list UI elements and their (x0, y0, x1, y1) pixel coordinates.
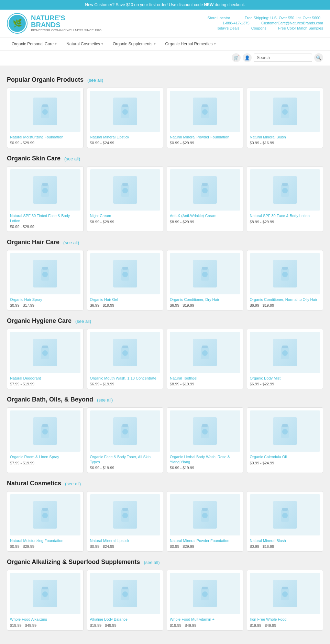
logo-tagline: PIONEERING ORGANIC WELLNESS SINCE 1995 (31, 28, 101, 33)
nav-organic-supplements[interactable]: Organic Supplements ▾ (108, 37, 160, 50)
svg-rect-31 (202, 267, 208, 270)
product-name: Whole Food Alkalizing (10, 617, 80, 622)
product-price: $0.99 - $24.99 (250, 461, 320, 465)
search-input[interactable] (254, 54, 312, 62)
product-image-placeholder (113, 501, 137, 529)
svg-rect-52 (122, 424, 128, 427)
product-card[interactable]: Natural Mineral Blush $0.99 - $16.99 (247, 88, 323, 148)
section-heading-hair-care: Organic Hair Care (see all) (7, 239, 323, 246)
svg-rect-46 (282, 346, 288, 348)
product-image (170, 494, 240, 535)
product-image-placeholder (33, 176, 57, 204)
svg-point-56 (202, 429, 208, 434)
product-name: Natural Mineral Lipstick (90, 538, 161, 543)
product-card[interactable]: Whole Food Alkalizing $19.99 - $49.99 (7, 570, 84, 630)
svg-point-35 (282, 272, 288, 277)
product-card[interactable]: Iron Free Whole Food $19.99 - $49.99 (247, 570, 323, 630)
banner-suffix: during checkout. (213, 2, 245, 7)
product-card[interactable]: Whole Food Multivitamin + $19.99 - $49.9… (167, 570, 243, 630)
product-image (10, 573, 80, 614)
product-card[interactable]: Organic Room & Linen Spray $7.99 - $19.9… (7, 407, 84, 473)
product-price: $6.99 - $19.99 (90, 382, 161, 386)
nav-natural-cosmetics[interactable]: Natural Cosmetics ▾ (62, 37, 108, 50)
product-card[interactable]: Natural Deodorant $7.99 - $19.99 (7, 329, 84, 389)
color-match-link[interactable]: Free Color Match Samples (278, 26, 323, 30)
product-card[interactable]: Organic Mouth Wash, 1:10 Concentrate $6.… (87, 329, 164, 389)
product-card[interactable]: Anti-X (Anti-Wrinkle) Cream $8.99 - $29.… (167, 166, 243, 232)
product-grid-popular: Natural Moisturizing Foundation $0.99 - … (7, 88, 323, 148)
coupons-link[interactable]: Coupons (251, 26, 266, 30)
store-locator-link[interactable]: Store Locator (207, 16, 230, 20)
see-all-link-skin-care[interactable]: (see all) (64, 156, 80, 161)
product-card[interactable]: Natural Moisturizing Foundation $0.99 - … (7, 491, 84, 552)
svg-rect-73 (42, 587, 48, 589)
product-name: Organic Conditioner, Normal to Oily Hair (250, 297, 320, 302)
product-card[interactable]: Natural Mineral Lipstick $0.99 - $24.99 (87, 88, 164, 148)
product-image-placeholder (273, 176, 297, 204)
product-card[interactable]: Organic Conditioner, Dry Hair $6.99 - $1… (167, 250, 243, 310)
product-card[interactable]: Organic Calendula Oil $0.99 - $24.99 (247, 407, 323, 473)
product-image-placeholder (193, 176, 217, 204)
product-image (250, 410, 320, 452)
product-card[interactable]: Natural Moisturizing Foundation $0.99 - … (7, 88, 84, 148)
section-heading-skin-care: Organic Skin Care (see all) (7, 155, 323, 162)
phone-link[interactable]: 1-888-417-1375 (222, 21, 249, 25)
product-card[interactable]: Organic Body Mist $6.99 - $22.99 (247, 329, 323, 389)
product-name: Natural Mineral Lipstick (90, 135, 161, 139)
search-row: 🛒 👤 🔍 (0, 51, 330, 66)
product-price: $6.99 - $19.99 (170, 466, 240, 470)
svg-rect-79 (202, 587, 208, 589)
cart-button[interactable]: 🛒 (232, 53, 241, 62)
svg-rect-55 (202, 424, 208, 427)
svg-point-5 (122, 109, 128, 115)
product-card[interactable]: Natural Mineral Blush $0.99 - $16.99 (247, 491, 323, 552)
product-card[interactable]: Natural Mineral Powder Foundation $0.99 … (167, 491, 243, 552)
nav-organic-personal-care[interactable]: Organic Personal Care ▾ (7, 37, 62, 50)
svg-point-17 (122, 188, 128, 193)
nav-organic-herbal-remedies[interactable]: Organic Herbal Remedies ▾ (161, 37, 221, 50)
product-card[interactable]: Night Cream $8.99 - $29.99 (87, 166, 164, 232)
product-card[interactable]: Natural SPF 30 Tinted Face & Body Lotion… (7, 166, 84, 232)
see-all-link-hair-care[interactable]: (see all) (63, 240, 79, 245)
product-image (250, 253, 320, 294)
product-price: $6.99 - $19.99 (90, 303, 161, 307)
product-card[interactable]: Organic Hair Spray $0.99 - $17.99 (7, 250, 84, 310)
product-price: $8.99 - $29.99 (90, 220, 161, 224)
product-name: Natural Mineral Powder Foundation (170, 135, 240, 139)
product-image-placeholder (273, 98, 297, 125)
product-image-placeholder (33, 260, 57, 287)
todays-deals-link[interactable]: Today's Deals (216, 26, 239, 30)
product-card[interactable]: Organic Hair Gel $6.99 - $19.99 (87, 250, 164, 310)
product-name: Organic Room & Linen Spray (10, 454, 80, 459)
see-all-link-natural-cosmetics[interactable]: (see all) (65, 481, 81, 486)
product-image (250, 332, 320, 373)
product-card[interactable]: Organic Herbal Body Wash, Rose & Ylang Y… (167, 407, 243, 473)
email-link[interactable]: CustomerCare@NaturesBrands.com (261, 21, 323, 25)
product-image (250, 494, 320, 535)
product-card[interactable]: Organic Conditioner, Normal to Oily Hair… (247, 250, 323, 310)
free-shipping-text: Free Shipping: U.S. Over $50. Int. Over … (245, 16, 320, 20)
product-card[interactable]: Natural Mineral Powder Foundation $0.99 … (167, 88, 243, 148)
search-button[interactable]: 🔍 (314, 53, 323, 62)
product-card[interactable]: Natural SPF 30 Face & Body Lotion $8.99 … (247, 166, 323, 232)
svg-point-59 (282, 429, 288, 434)
product-card[interactable]: Organic Face & Body Toner, All Skin Type… (87, 407, 164, 473)
product-name: Natural Mineral Powder Foundation (170, 538, 240, 543)
svg-rect-19 (202, 183, 208, 186)
svg-rect-10 (282, 104, 288, 107)
account-button[interactable]: 👤 (243, 53, 252, 62)
product-name: Anti-X (Anti-Wrinkle) Cream (170, 213, 240, 218)
see-all-link-bath-oils[interactable]: (see all) (97, 397, 113, 403)
product-card[interactable]: Natural Toothgel $8.99 - $19.99 (167, 329, 243, 389)
see-all-link-hygiene[interactable]: (see all) (75, 319, 91, 324)
see-all-link-popular[interactable]: (see all) (87, 78, 103, 83)
product-price: $6.99 - $22.99 (250, 382, 320, 386)
product-price: $6.99 - $19.99 (250, 303, 320, 307)
product-image (170, 169, 240, 211)
product-card[interactable]: Natural Mineral Lipstick $0.99 - $24.99 (87, 491, 164, 552)
product-card[interactable]: Alkaline Body Balance $19.99 - $49.99 (87, 570, 164, 630)
see-all-link-supplements[interactable]: (see all) (144, 560, 160, 565)
product-price: $0.99 - $24.99 (90, 141, 161, 145)
product-image (170, 573, 240, 614)
svg-rect-43 (202, 346, 208, 348)
